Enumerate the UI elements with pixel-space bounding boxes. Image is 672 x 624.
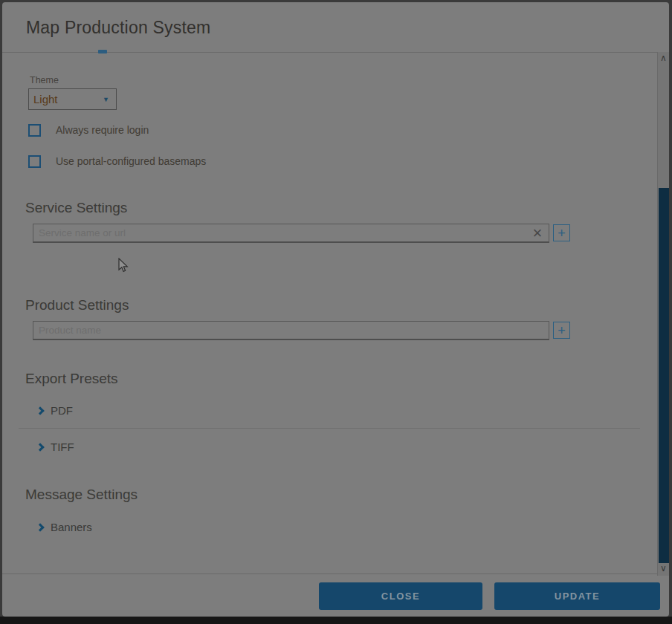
expand-row-banners[interactable]: Banners xyxy=(37,520,92,534)
vertical-scrollbar[interactable]: ∧ ∨ xyxy=(657,52,669,576)
window-bottom-edge xyxy=(0,617,672,624)
scroll-down-icon[interactable]: ∨ xyxy=(658,562,669,576)
product-name-input[interactable] xyxy=(33,321,549,340)
theme-label: Theme xyxy=(30,75,59,85)
map-production-system-dialog: Map Production System Theme Light ▼ Alwa… xyxy=(2,2,669,617)
service-name-input[interactable] xyxy=(33,224,549,243)
expand-row-tiff[interactable]: TIFF xyxy=(37,440,74,454)
chevron-right-icon xyxy=(36,406,44,415)
product-settings-heading: Product Settings xyxy=(25,297,129,313)
checkbox-row-portal-basemaps[interactable]: Use portal-configured basemaps xyxy=(28,155,206,168)
checkbox-always-require-login[interactable] xyxy=(28,124,41,137)
mouse-cursor xyxy=(117,258,129,276)
clear-icon[interactable]: × xyxy=(529,226,546,242)
checkbox-label: Always require login xyxy=(56,124,149,136)
add-service-button[interactable]: + xyxy=(553,224,570,241)
service-settings-heading: Service Settings xyxy=(25,200,127,216)
scrollbar-thumb[interactable] xyxy=(659,188,669,563)
caret-down-icon: ▼ xyxy=(103,96,109,103)
expand-row-label: TIFF xyxy=(51,441,74,453)
dialog-title: Map Production System xyxy=(26,18,210,38)
update-button[interactable]: UPDATE xyxy=(494,582,660,610)
expand-row-label: PDF xyxy=(51,404,73,417)
checkbox-portal-basemaps[interactable] xyxy=(28,155,41,168)
close-button[interactable]: CLOSE xyxy=(319,582,482,610)
message-settings-heading: Message Settings xyxy=(25,487,138,503)
theme-select[interactable]: Light ▼ xyxy=(28,88,117,110)
theme-select-value: Light xyxy=(33,93,58,105)
checkbox-row-always-require-login[interactable]: Always require login xyxy=(28,123,149,137)
checkbox-label: Use portal-configured basemaps xyxy=(56,155,206,167)
scroll-up-icon[interactable]: ∧ xyxy=(658,52,669,65)
scrolled-off-element-fragment xyxy=(98,50,107,53)
footer-divider xyxy=(2,573,657,574)
expand-row-label: Banners xyxy=(51,521,92,533)
export-presets-heading: Export Presets xyxy=(25,371,118,387)
add-product-button[interactable]: + xyxy=(553,322,570,339)
chevron-right-icon xyxy=(36,443,44,451)
expand-row-pdf[interactable]: PDF xyxy=(37,403,73,417)
chevron-right-icon xyxy=(36,523,44,531)
export-presets-divider xyxy=(19,428,640,429)
